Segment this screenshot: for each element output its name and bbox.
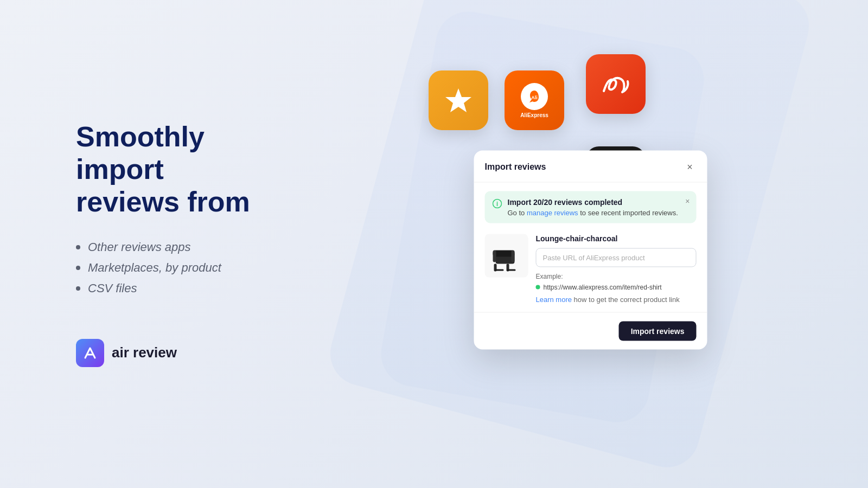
info-icon	[493, 199, 502, 209]
product-name: Lounge-chair-charcoal	[536, 234, 697, 243]
success-notice: Import 20/20 reviews completed Go to man…	[485, 191, 697, 223]
logo-text: air review	[112, 344, 177, 361]
logo-section: air review	[76, 339, 293, 367]
bullet-dot	[76, 266, 80, 270]
learn-more-link[interactable]: Learn more	[536, 296, 572, 304]
notice-title: Import 20/20 reviews completed	[508, 198, 678, 207]
modal-title: Import reviews	[485, 162, 546, 172]
bullet-item-2: Marketplaces, by product	[76, 261, 293, 275]
example-url: https://www.aliexpress.com/item/red-shir…	[536, 284, 697, 291]
notice-body: Go to manage reviews to see recent impor…	[508, 209, 678, 217]
svg-rect-8	[507, 269, 516, 271]
svg-rect-10	[512, 251, 515, 262]
product-details: Lounge-chair-charcoal Example: https://w…	[536, 234, 697, 304]
learn-more-row: Learn more how to get the correct produc…	[536, 296, 697, 304]
product-row: Lounge-chair-charcoal Example: https://w…	[485, 234, 697, 304]
bullet-dot	[76, 286, 80, 291]
modal-footer: Import reviews	[474, 312, 707, 350]
modal-body: Import 20/20 reviews completed Go to man…	[474, 183, 707, 312]
aliexpress-icon: Ali AliExpress	[505, 70, 564, 130]
svg-marker-0	[445, 88, 471, 112]
import-reviews-button[interactable]: Import reviews	[619, 322, 697, 341]
import-reviews-modal: Import reviews × Impor	[474, 151, 707, 350]
svg-text:Ali: Ali	[531, 95, 538, 100]
page-content: Smoothly import reviews from Other revie…	[0, 0, 868, 488]
cursive-app-icon	[586, 54, 646, 114]
manage-reviews-link[interactable]: manage reviews	[527, 209, 578, 217]
url-input[interactable]	[536, 248, 697, 267]
modal-header: Import reviews ×	[474, 151, 707, 183]
notice-close-button[interactable]: ×	[685, 197, 690, 206]
product-image	[485, 234, 528, 278]
svg-rect-7	[495, 269, 504, 271]
left-section: Smoothly import reviews from Other revie…	[0, 78, 336, 410]
bullet-list: Other reviews apps Marketplaces, by prod…	[76, 240, 293, 296]
example-label: Example:	[536, 273, 697, 280]
right-section: Ali AliExpress a	[336, 0, 868, 488]
air-review-logo-icon	[76, 339, 104, 367]
bullet-dot	[76, 245, 80, 249]
bullet-item-3: CSV files	[76, 281, 293, 296]
bullet-item-1: Other reviews apps	[76, 240, 293, 254]
app-icons-area: Ali AliExpress a	[336, 0, 868, 488]
trustoo-icon	[429, 70, 488, 130]
green-dot	[536, 285, 540, 290]
notice-text: Import 20/20 reviews completed Go to man…	[508, 198, 678, 217]
headline: Smoothly import reviews from	[76, 121, 293, 218]
svg-rect-9	[493, 251, 496, 262]
modal-close-button[interactable]: ×	[684, 160, 697, 174]
